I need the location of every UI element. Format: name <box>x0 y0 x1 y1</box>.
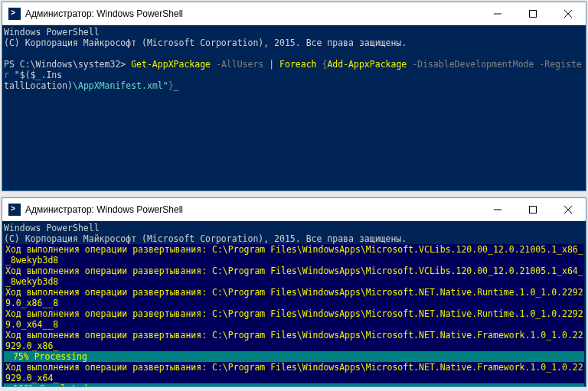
svg-rect-1 <box>530 10 537 17</box>
paren: ) <box>67 80 73 91</box>
close-button[interactable] <box>550 198 586 220</box>
window-controls <box>480 2 586 24</box>
progress-status: 75% Processing <box>4 351 584 362</box>
param: -AllUsers <box>211 59 269 70</box>
var: $_ <box>31 70 41 80</box>
close-button[interactable] <box>550 2 586 24</box>
console-area[interactable]: Windows PowerShell (С) Корпорация Майкро… <box>2 25 586 191</box>
ps-header: Windows PowerShell <box>4 223 100 233</box>
maximize-button[interactable] <box>515 2 550 24</box>
console-area[interactable]: Windows PowerShell (С) Корпорация Майкро… <box>2 221 586 386</box>
path-string: \AppXManifest.xml" <box>73 80 168 91</box>
progress-path: Ход выполнения операции развертывания: C… <box>4 330 584 351</box>
titlebar[interactable]: Администратор: Windows PowerShell <box>2 2 586 25</box>
ps-copyright: (С) Корпорация Майкрософт (Microsoft Cor… <box>4 233 407 244</box>
cursor-icon: _ <box>174 80 179 91</box>
cmdlet: Foreach <box>274 59 322 70</box>
prompt: PS C:\Windows\system32> <box>4 59 131 70</box>
progress-path: Ход выполнения операции развертывания: C… <box>4 244 584 266</box>
string: "$( <box>15 70 31 80</box>
window-title: Администратор: Windows PowerShell <box>25 204 480 215</box>
maximize-button[interactable] <box>515 198 550 220</box>
minimize-button[interactable] <box>480 198 515 220</box>
cmdlet: Add-AppxPackage <box>327 59 407 70</box>
progress-status: 100% Completed <box>4 383 584 386</box>
ps-copyright: (С) Корпорация Майкрософт (Microsoft Cor… <box>4 37 407 48</box>
progress-path: Ход выполнения операции развертывания: C… <box>4 362 584 383</box>
powershell-icon <box>8 8 21 20</box>
prop: .Ins <box>41 70 63 80</box>
powershell-window-2: Администратор: Windows PowerShell Window… <box>2 197 586 387</box>
progress-path: Ход выполнения операции развертывания: C… <box>4 308 584 330</box>
progress-output: Ход выполнения операции развертывания: C… <box>4 244 584 386</box>
ps-header: Windows PowerShell <box>4 27 100 37</box>
minimize-button[interactable] <box>480 2 515 24</box>
brace: } <box>168 80 174 91</box>
window-title: Администратор: Windows PowerShell <box>25 8 480 19</box>
window-controls <box>480 198 586 220</box>
progress-path: Ход выполнения операции развертывания: C… <box>4 266 584 287</box>
progress-path: Ход выполнения операции развертывания: C… <box>4 287 584 308</box>
cmdlet: Get-AppXPackage <box>131 59 211 70</box>
prop: tallLocation <box>4 80 67 91</box>
powershell-icon <box>8 204 21 216</box>
svg-rect-5 <box>530 206 537 213</box>
titlebar[interactable]: Администратор: Windows PowerShell <box>2 198 586 221</box>
powershell-window-1: Администратор: Windows PowerShell Window… <box>2 2 586 191</box>
